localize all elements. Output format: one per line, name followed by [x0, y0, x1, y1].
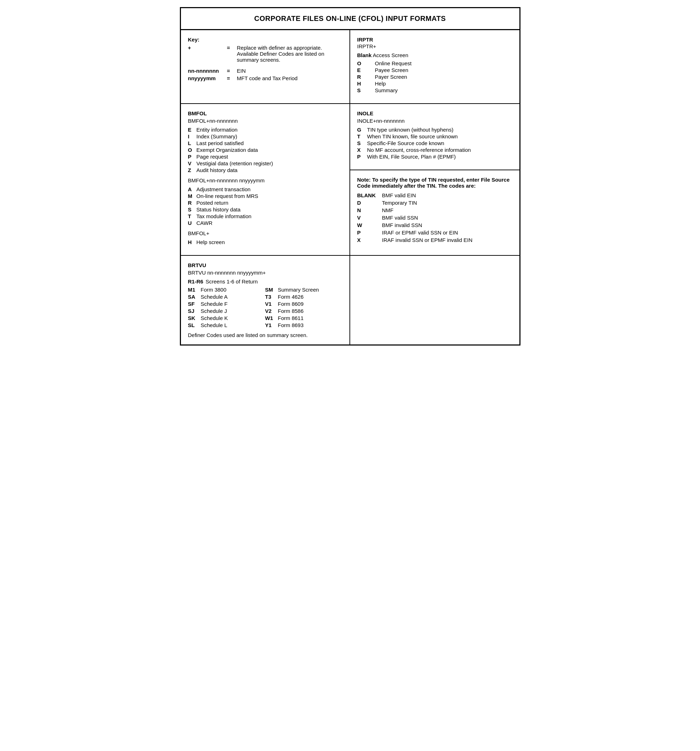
- bmfol-section: BMFOL BMFOL+nn-nnnnnnn E Entity informat…: [181, 104, 350, 255]
- inole-s: S: [357, 140, 367, 146]
- list-item: V BMF valid SSN: [357, 215, 512, 221]
- note-x-desc: IRAF invalid SSN or EPMF invalid EIN: [382, 237, 473, 243]
- inole-t: T: [357, 133, 367, 139]
- brtvu-sa: SA: [188, 294, 201, 300]
- inole-x-desc: No MF account, cross-reference informati…: [367, 147, 471, 153]
- note-w-key: W: [357, 222, 382, 228]
- irptr-blank-label: Blank: [357, 52, 372, 58]
- list-item: V1 Form 8609: [265, 301, 342, 307]
- brtvu-y1-desc: Form 8693: [278, 322, 304, 328]
- inole-title: INOLE: [357, 110, 512, 116]
- irptr-desc-h: Help: [375, 80, 386, 87]
- list-item: S Summary: [357, 87, 512, 93]
- brtvu-w1: W1: [265, 315, 278, 321]
- brtvu-sub: BRTVU nn-nnnnnnn nnyyyymm+: [188, 270, 342, 276]
- bmfol-codes3: H Help screen: [188, 239, 342, 245]
- bmfol-i: I: [188, 133, 196, 139]
- brtvu-w1-desc: Form 8611: [278, 315, 304, 321]
- list-item: P Page request: [188, 154, 342, 160]
- plus-desc: Replace with definer as appropriate. Ava…: [237, 45, 342, 63]
- nnyyyy-eq: =: [227, 75, 237, 81]
- bottom-row: BRTVU BRTVU nn-nnnnnnn nnyyyymm+ R1-R6 S…: [181, 256, 519, 345]
- nnyyyy-row: nnyyyymm = MFT code and Tax Period: [188, 75, 342, 81]
- nn-label: nn-nnnnnnn: [188, 68, 227, 74]
- bmfol-u-desc: CAWR: [196, 220, 213, 226]
- plus-symbol: +: [188, 45, 227, 63]
- note-p-desc: IRAF or EPMF valid SSN or EIN: [382, 230, 458, 236]
- brtvu-sf-desc: Schedule F: [201, 301, 228, 307]
- list-item: E Entity information: [188, 127, 342, 133]
- brtvu-y1: Y1: [265, 322, 278, 328]
- bmfol-t-desc: Tax module information: [196, 213, 252, 219]
- brtvu-v1: V1: [265, 301, 278, 307]
- irptr-code-o: O: [357, 60, 375, 66]
- brtvu-v2-desc: Form 8586: [278, 308, 304, 314]
- key-section: Key: + = Replace with definer as appropr…: [181, 30, 350, 103]
- list-item: V2 Form 8586: [265, 308, 342, 314]
- right-mid-col: INOLE INOLE+nn-nnnnnnn G TIN type unknow…: [350, 104, 519, 255]
- bmfol-h: H: [188, 239, 196, 245]
- bmfol-z-desc: Audit history data: [196, 167, 238, 173]
- brtvu-section: BRTVU BRTVU nn-nnnnnnn nnyyyymm+ R1-R6 S…: [181, 256, 350, 345]
- irptr-code-h: H: [357, 80, 375, 87]
- brtvu-sm-desc: Summary Screen: [278, 287, 319, 293]
- list-item: R Payer Screen: [357, 74, 512, 80]
- inole-g: G: [357, 127, 367, 133]
- note-codes: BLANK BMF valid EIN D Temporary TIN N NM…: [357, 192, 512, 243]
- key-plus-row: + = Replace with definer as appropriate.…: [188, 45, 342, 63]
- eq-symbol: =: [227, 45, 237, 63]
- list-item: P IRAF or EPMF valid SSN or EIN: [357, 230, 512, 236]
- brtvu-sl-desc: Schedule L: [201, 322, 227, 328]
- brtvu-sm: SM: [265, 287, 278, 293]
- brtvu-sf: SF: [188, 301, 201, 307]
- bmfol-s-desc: Status history data: [196, 207, 241, 212]
- list-item: P With EIN, File Source, Plan # (EPMF): [357, 154, 512, 160]
- inole-t-desc: When TIN known, file source unknown: [367, 133, 458, 139]
- bmfol-s: S: [188, 207, 196, 212]
- list-item: H Help: [357, 80, 512, 87]
- inole-code-list: G TIN type unknown (without hyphens) T W…: [357, 127, 512, 160]
- list-item: T3 Form 4626: [265, 294, 342, 300]
- note-blank-desc: BMF valid EIN: [382, 192, 416, 198]
- brtvu-sk-desc: Schedule K: [201, 315, 228, 321]
- list-item: A Adjustment transaction: [188, 186, 342, 192]
- irptr-sub: IRPTR+: [357, 43, 512, 49]
- bmfol-p-desc: Page request: [196, 154, 228, 160]
- brtvu-sj: SJ: [188, 308, 201, 314]
- list-item: R Posted return: [188, 200, 342, 206]
- note-w-desc: BMF invalid SSN: [382, 222, 422, 228]
- nn-eq: =: [227, 68, 237, 74]
- list-item: T Tax module information: [188, 213, 342, 219]
- brtvu-v2: V2: [265, 308, 278, 314]
- irptr-code-r: R: [357, 74, 375, 80]
- brtvu-r1r6-row: R1-R6 Screens 1-6 of Return: [188, 278, 342, 284]
- list-item: M1 Form 3800: [188, 287, 266, 293]
- bmfol-sub2: BMFOL+nn-nnnnnnn nnyyyymm: [188, 178, 342, 183]
- list-item: W1 Form 8611: [265, 315, 342, 321]
- list-item: SL Schedule L: [188, 322, 266, 328]
- list-item: SK Schedule K: [188, 315, 266, 321]
- inole-g-desc: TIN type unknown (without hyphens): [367, 127, 453, 133]
- list-item: I Index (Summary): [188, 133, 342, 139]
- bmfol-a-desc: Adjustment transaction: [196, 186, 251, 192]
- list-item: S Specific-File Source code known: [357, 140, 512, 146]
- list-item: U CAWR: [188, 220, 342, 226]
- nnyyyy-desc: MFT code and Tax Period: [237, 75, 298, 81]
- bmfol-e-desc: Entity information: [196, 127, 238, 133]
- key-label: Key:: [188, 37, 342, 43]
- brtvu-title: BRTVU: [188, 262, 342, 268]
- list-item: O Online Request: [357, 60, 512, 66]
- irptr-desc-o: Online Request: [375, 60, 411, 66]
- list-item: E Payee Screen: [357, 67, 512, 73]
- note-n-desc: NMF: [382, 207, 394, 213]
- main-container: CORPORATE FILES ON-LINE (CFOL) INPUT FOR…: [180, 7, 521, 346]
- bmfol-m-desc: On-line request from MRS: [196, 193, 258, 199]
- brtvu-m1-desc: Form 3800: [201, 287, 227, 293]
- note-d-desc: Temporary TIN: [382, 200, 417, 206]
- list-item: T When TIN known, file source unknown: [357, 133, 512, 139]
- irptr-desc-s: Summary: [375, 87, 398, 93]
- note-x-key: X: [357, 237, 382, 243]
- note-v-desc: BMF valid SSN: [382, 215, 418, 221]
- irptr-desc-r: Payer Screen: [375, 74, 407, 80]
- bmfol-u: U: [188, 220, 196, 226]
